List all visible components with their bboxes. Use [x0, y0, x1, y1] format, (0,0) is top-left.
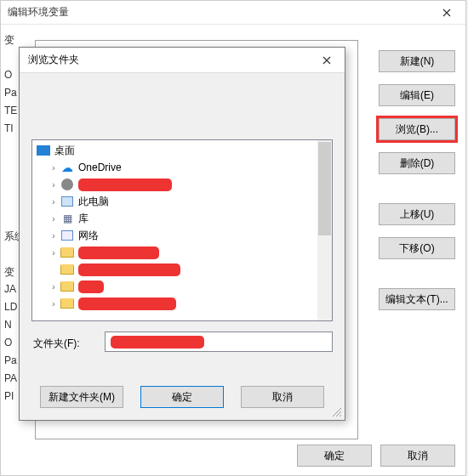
new-button[interactable]: 新建(N)	[379, 50, 455, 72]
browse-titlebar[interactable]: 浏览文件夹	[20, 48, 345, 73]
tree-item[interactable]	[36, 261, 332, 278]
pc-icon	[60, 195, 75, 208]
folder-icon	[60, 263, 75, 276]
folder-icon	[60, 246, 75, 259]
tree-item[interactable]: ›	[36, 278, 332, 295]
delete-button[interactable]: 删除(D)	[379, 152, 455, 174]
resize-grip-icon[interactable]	[331, 406, 343, 418]
redacted-text	[111, 336, 204, 348]
expander-icon[interactable]: ›	[48, 248, 60, 258]
move-up-button[interactable]: 上移(U)	[379, 203, 455, 225]
browse-button[interactable]: 浏览(B)...	[379, 118, 455, 140]
tree-item-label: 此电脑	[78, 195, 109, 209]
expander-icon[interactable]: ›	[48, 180, 60, 190]
tree-item-label: 网络	[78, 229, 99, 243]
redacted-text	[78, 280, 104, 293]
redacted-text	[78, 246, 159, 259]
tree-item[interactable]: ›	[36, 295, 332, 312]
browse-title: 浏览文件夹	[28, 53, 79, 67]
redacted-text	[78, 178, 172, 191]
folder-path-input[interactable]	[105, 332, 333, 352]
onedrive-icon: ☁	[60, 161, 75, 174]
tree-scrollbar[interactable]	[317, 140, 332, 320]
expander-icon[interactable]: ›	[48, 231, 60, 241]
main-ok-button[interactable]: 确定	[297, 445, 372, 467]
folder-tree: 桌面›☁OneDrive››此电脑›▦库›网络›››	[32, 140, 332, 314]
browse-ok-button[interactable]: 确定	[140, 386, 224, 408]
user-icon	[60, 178, 75, 191]
folder-icon	[60, 297, 75, 310]
desktop-icon	[36, 144, 51, 157]
close-icon	[442, 8, 451, 17]
network-icon	[60, 229, 75, 242]
edit-text-button[interactable]: 编辑文本(T)...	[379, 288, 455, 310]
tree-item[interactable]: ›	[36, 176, 332, 193]
tree-item[interactable]: ›▦库	[36, 210, 332, 227]
tree-item[interactable]: ›此电脑	[36, 193, 332, 210]
main-cancel-button[interactable]: 取消	[380, 445, 455, 467]
folder-field-label: 文件夹(F):	[33, 337, 80, 351]
main-titlebar[interactable]: 编辑环境变量	[1, 1, 465, 25]
main-bottom-buttons: 确定 取消	[297, 445, 455, 467]
folder-tree-panel[interactable]: 桌面›☁OneDrive››此电脑›▦库›网络›››	[31, 139, 333, 321]
expander-icon[interactable]: ›	[48, 299, 60, 309]
tree-item-label: 桌面	[54, 144, 75, 158]
browse-cancel-button[interactable]: 取消	[241, 386, 324, 408]
tree-root[interactable]: 桌面	[36, 142, 332, 159]
expander-icon[interactable]: ›	[48, 214, 60, 224]
folder-icon	[60, 280, 75, 293]
expander-icon[interactable]: ›	[48, 163, 60, 173]
tree-item[interactable]: ›	[36, 244, 332, 261]
redacted-text	[78, 264, 180, 276]
redacted-text	[78, 298, 176, 310]
new-folder-button[interactable]: 新建文件夹(M)	[40, 386, 123, 408]
tree-item[interactable]: ›☁OneDrive	[36, 159, 332, 176]
close-icon	[322, 56, 331, 65]
move-down-button[interactable]: 下移(O)	[379, 237, 455, 259]
expander-icon[interactable]: ›	[48, 282, 60, 292]
tree-item[interactable]: ›网络	[36, 227, 332, 244]
tree-item-label: OneDrive	[78, 162, 122, 173]
right-button-column: 新建(N) 编辑(E) 浏览(B)... 删除(D) 上移(U) 下移(O) 编…	[379, 50, 455, 322]
expander-icon[interactable]: ›	[48, 197, 60, 207]
tree-item-label: 库	[78, 212, 88, 226]
scrollbar-thumb[interactable]	[318, 142, 331, 235]
edit-button[interactable]: 编辑(E)	[379, 84, 455, 106]
browse-folder-dialog: 浏览文件夹 桌面›☁OneDrive››此电脑›▦库›网络››› 文件夹(F):…	[19, 47, 345, 421]
main-close-button[interactable]	[427, 1, 465, 25]
browse-close-button[interactable]	[309, 48, 345, 73]
library-icon: ▦	[60, 212, 75, 225]
browse-bottom-buttons: 新建文件夹(M) 确定 取消	[20, 386, 345, 408]
main-title: 编辑环境变量	[8, 5, 69, 20]
